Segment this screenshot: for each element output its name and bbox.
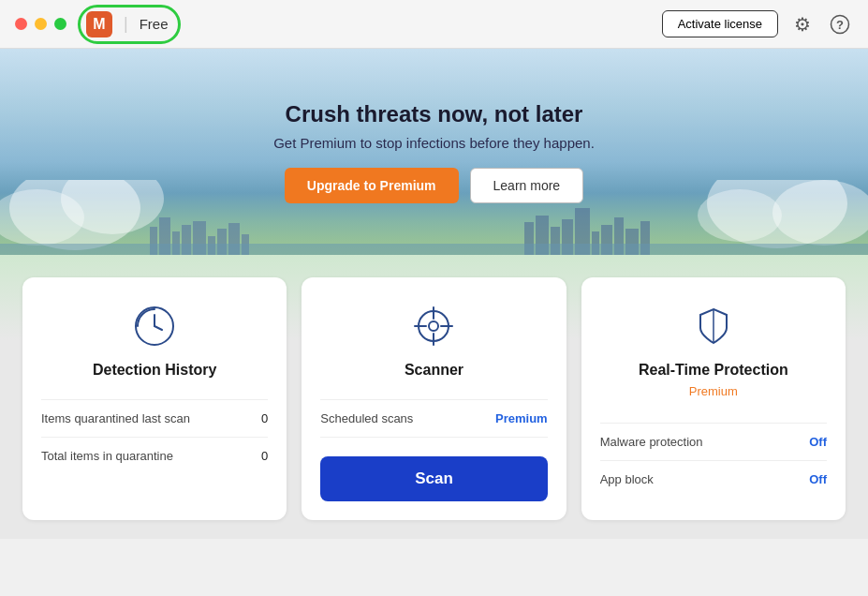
titlebar: M | Free Activate license ⚙ ? bbox=[0, 0, 868, 49]
quarantined-last-scan-value: 0 bbox=[261, 411, 268, 425]
svg-rect-27 bbox=[0, 244, 868, 255]
hero-buttons: Upgrade to Premium Learn more bbox=[285, 168, 583, 203]
total-quarantine-label: Total items in quarantine bbox=[41, 449, 173, 463]
plan-label: Free bbox=[140, 16, 169, 32]
detection-history-card: Detection History Items quarantined last… bbox=[22, 277, 287, 520]
svg-point-32 bbox=[429, 321, 438, 331]
total-quarantine-value: 0 bbox=[261, 449, 268, 463]
scanner-title: Scanner bbox=[405, 362, 463, 379]
app-block-label: App block bbox=[600, 472, 654, 486]
traffic-lights bbox=[15, 18, 66, 30]
svg-text:?: ? bbox=[836, 18, 844, 32]
real-time-protection-rows: Malware protection Off App block Off bbox=[600, 415, 827, 490]
minimize-button[interactable] bbox=[35, 18, 47, 30]
app-block-row: App block Off bbox=[600, 469, 827, 490]
close-button[interactable] bbox=[15, 18, 27, 30]
malware-protection-row: Malware protection Off bbox=[600, 431, 827, 453]
quarantined-last-scan-label: Items quarantined last scan bbox=[41, 411, 190, 425]
app-block-value: Off bbox=[809, 472, 827, 486]
separator: | bbox=[124, 14, 128, 34]
malwarebytes-logo-icon: M bbox=[86, 11, 112, 37]
settings-icon[interactable]: ⚙ bbox=[789, 11, 816, 37]
logo-area: M | Free bbox=[78, 5, 181, 44]
scheduled-scans-value: Premium bbox=[495, 411, 548, 425]
svg-point-7 bbox=[698, 189, 782, 242]
learn-more-button[interactable]: Learn more bbox=[470, 168, 584, 203]
upgrade-to-premium-button[interactable]: Upgrade to Premium bbox=[285, 168, 459, 203]
hero-banner: Crush threats now, not later Get Premium… bbox=[0, 49, 868, 255]
scanner-card: Scanner Scheduled scans Premium Scan bbox=[302, 277, 566, 520]
clock-icon bbox=[128, 300, 181, 352]
shield-icon bbox=[687, 300, 740, 352]
quarantined-last-scan-row: Items quarantined last scan 0 bbox=[41, 408, 268, 429]
real-time-protection-card: Real-Time Protection Premium Malware pro… bbox=[581, 277, 846, 520]
malware-protection-label: Malware protection bbox=[600, 435, 703, 449]
real-time-protection-title: Real-Time Protection bbox=[639, 362, 788, 379]
total-quarantine-row: Total items in quarantine 0 bbox=[41, 445, 268, 467]
svg-line-30 bbox=[154, 326, 162, 330]
scanner-rows: Scheduled scans Premium bbox=[320, 392, 547, 445]
maximize-button[interactable] bbox=[54, 18, 66, 30]
real-time-protection-subtitle: Premium bbox=[689, 384, 738, 398]
hero-title: Crush threats now, not later bbox=[286, 101, 583, 127]
detection-history-rows: Items quarantined last scan 0 Total item… bbox=[41, 392, 268, 467]
activate-license-button[interactable]: Activate license bbox=[662, 10, 778, 37]
titlebar-actions: Activate license ⚙ ? bbox=[662, 10, 853, 37]
crosshair-icon bbox=[407, 300, 460, 352]
hero-subtitle: Get Premium to stop infections before th… bbox=[273, 135, 595, 151]
scheduled-scans-label: Scheduled scans bbox=[320, 411, 413, 425]
malware-protection-value: Off bbox=[809, 435, 827, 449]
scheduled-scans-row: Scheduled scans Premium bbox=[320, 408, 547, 429]
scan-button[interactable]: Scan bbox=[320, 456, 547, 501]
cards-section: Detection History Items quarantined last… bbox=[0, 255, 868, 539]
help-icon[interactable]: ? bbox=[827, 11, 853, 37]
detection-history-title: Detection History bbox=[93, 362, 216, 379]
